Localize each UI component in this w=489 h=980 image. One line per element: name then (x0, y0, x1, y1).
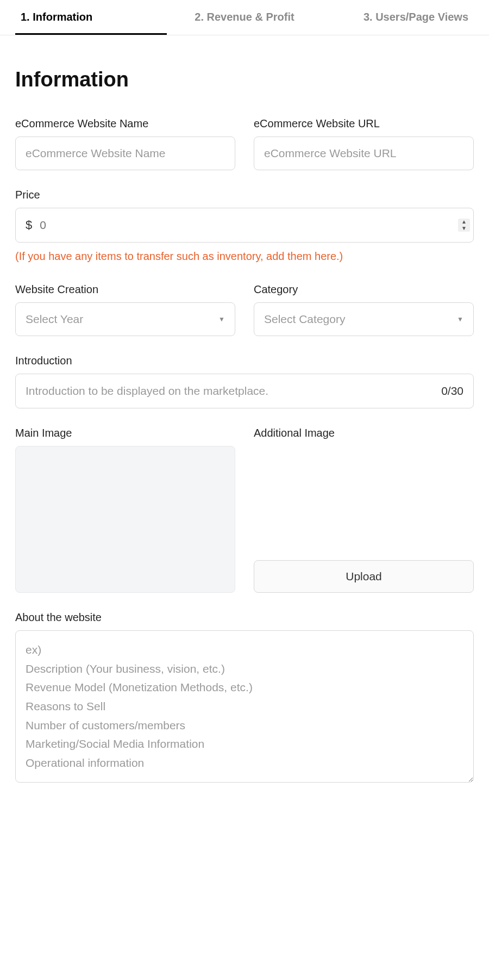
intro-counter: 0/30 (441, 384, 463, 398)
price-step-down-icon[interactable]: ▼ (458, 225, 470, 232)
about-textarea[interactable] (15, 630, 474, 783)
url-label: eCommerce Website URL (254, 117, 474, 130)
price-input-wrap: $ ▲ ▼ (15, 208, 474, 243)
creation-select[interactable]: Select Year ▼ (15, 302, 235, 336)
category-placeholder: Select Category (264, 313, 345, 326)
price-input[interactable] (40, 219, 458, 232)
tab-revenue-profit[interactable]: 2. Revenue & Profit (167, 0, 323, 35)
price-label: Price (15, 189, 474, 201)
creation-placeholder: Select Year (26, 313, 83, 326)
intro-input[interactable] (26, 384, 441, 398)
creation-label: Website Creation (15, 283, 235, 296)
currency-symbol: $ (26, 218, 32, 232)
intro-label: Introduction (15, 355, 474, 367)
category-select[interactable]: Select Category ▼ (254, 302, 474, 336)
name-input[interactable] (15, 137, 235, 170)
upload-button[interactable]: Upload (254, 560, 474, 593)
chevron-down-icon: ▼ (457, 315, 463, 323)
page-title: Information (15, 68, 474, 91)
intro-input-wrap: 0/30 (15, 374, 474, 408)
price-hint: (If you have any items to transfer such … (15, 250, 474, 263)
chevron-down-icon: ▼ (218, 315, 225, 323)
additional-image-label: Additional Image (254, 427, 474, 439)
category-label: Category (254, 283, 474, 296)
main-image-dropzone[interactable] (15, 446, 235, 593)
price-spinner: ▲ ▼ (458, 219, 470, 232)
step-tabs: 1. Information 2. Revenue & Profit 3. Us… (0, 0, 489, 35)
price-step-up-icon[interactable]: ▲ (458, 219, 470, 225)
url-input[interactable] (254, 137, 474, 170)
about-label: About the website (15, 611, 474, 624)
tab-users-page-views[interactable]: 3. Users/Page Views (322, 0, 474, 35)
main-image-label: Main Image (15, 427, 235, 439)
tab-information[interactable]: 1. Information (15, 0, 167, 35)
name-label: eCommerce Website Name (15, 117, 235, 130)
